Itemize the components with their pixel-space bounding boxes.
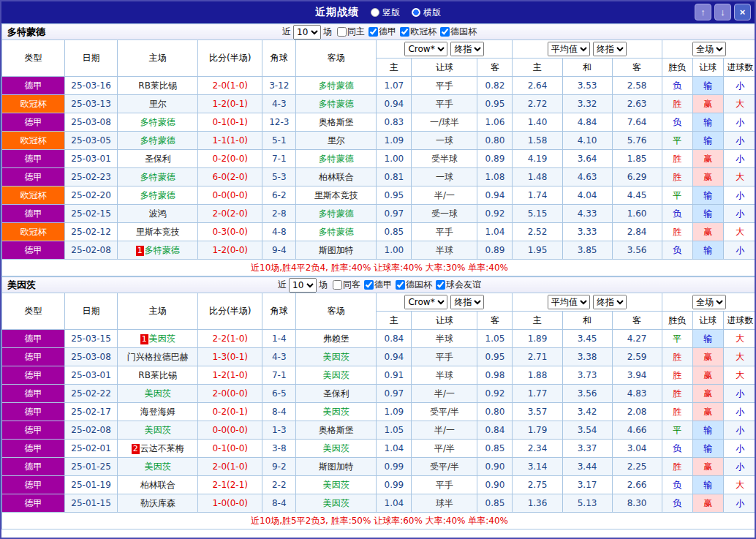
section-header-row: 美因茨 近 10 场 同客德甲德国杯球会友谊 [2, 277, 756, 293]
checkbox-input[interactable] [440, 27, 450, 37]
odds-stage-select[interactable]: 终指 [450, 42, 484, 56]
home-team-cell: 2云达不莱梅 [118, 440, 198, 458]
avg-draw-cell: 3.33 [562, 223, 612, 241]
close-button[interactable]: × [734, 4, 751, 20]
col-date: 日期 [65, 40, 118, 77]
odds-stage-select[interactable]: 终指 [450, 295, 484, 309]
near-label: 近 [278, 279, 287, 291]
corner-cell: 2-2 [262, 476, 296, 494]
avg-away-cell: 3.56 [612, 241, 662, 260]
filter-checkbox-德甲[interactable]: 德甲 [361, 279, 392, 291]
radio-vertical-layout[interactable]: 竖版 [371, 7, 400, 19]
away-odds-cell: 1.06 [477, 113, 513, 132]
avg-draw-cell: 3.38 [562, 348, 612, 366]
filter-checkbox-欧冠杯[interactable]: 欧冠杯 [397, 26, 436, 38]
avg-away-cell: 2.66 [612, 476, 662, 494]
away-team-cell: 美因茨 [296, 348, 377, 366]
home-odds-cell: 1.09 [377, 132, 412, 150]
home-odds-cell: 1.00 [377, 241, 412, 260]
away-odds-cell: 0.80 [477, 403, 513, 421]
average-select[interactable]: 平均值 [548, 295, 590, 309]
move-down-button[interactable]: ↓ [714, 4, 731, 20]
team-label: 美因茨 [145, 388, 171, 399]
result-goals-cell: 小 [723, 385, 756, 403]
col-home: 主场 [118, 293, 198, 330]
checkbox-input[interactable] [436, 280, 445, 290]
avg-draw-cell: 3.73 [562, 366, 612, 385]
score-cell: 1-2(1-0) [198, 366, 262, 385]
league-cell: 德甲 [2, 348, 65, 366]
bookmaker-select[interactable]: Crow* [404, 295, 447, 309]
avg-away-cell: 1.85 [612, 150, 662, 168]
sub-avg-away: 客 [612, 59, 662, 77]
filter-checkbox-同客[interactable]: 同客 [330, 279, 360, 291]
radio-horizontal-layout[interactable]: 横版 [412, 7, 441, 19]
away-team-cell: 美因茨 [296, 440, 377, 458]
avg-away-cell: 1.60 [612, 205, 662, 223]
handicap-cell: 球半 [412, 494, 477, 513]
result-wdl-cell: 胜 [662, 150, 692, 168]
team-label: 弗赖堡 [323, 333, 349, 344]
away-odds-cell: 1.05 [477, 330, 513, 348]
scope-select[interactable]: 全场 [692, 295, 726, 309]
score-cell: 1-3(0-1) [198, 348, 262, 366]
avg-stage-select[interactable]: 终指 [593, 295, 627, 309]
filter-checkbox-德国杯[interactable]: 德国杯 [393, 279, 432, 291]
handicap-cell: 半/一 [412, 186, 477, 205]
home-odds-cell: 0.83 [377, 113, 412, 132]
home-team-cell: 多特蒙德 [118, 186, 198, 205]
radio-icon-vertical[interactable] [371, 8, 379, 17]
avg-home-cell: 1.88 [513, 366, 562, 385]
sub-avg-home: 主 [513, 59, 562, 77]
date-cell: 25-03-13 [65, 95, 118, 113]
match-row: 德甲25-02-081多特蒙德1-2(0-0)9-4斯图加特1.00半球0.89… [2, 241, 756, 260]
away-team-cell: 里斯本竞技 [296, 186, 377, 205]
filter-checkbox-同主[interactable]: 同主 [334, 26, 365, 38]
avg-draw-cell: 5.13 [562, 494, 612, 513]
summary-row: 近10场,胜4平2负4, 胜率:40% 让球率:40% 大率:30% 单率:40… [2, 260, 756, 276]
date-cell: 25-02-08 [65, 421, 118, 440]
checkbox-input[interactable] [337, 27, 347, 37]
result-goals-cell: 大 [723, 95, 756, 113]
team-label: 奥格斯堡 [319, 117, 354, 127]
avg-stage-select[interactable]: 终指 [593, 42, 627, 56]
away-odds-cell: 0.89 [477, 150, 513, 168]
corner-cell: 3-8 [262, 440, 296, 458]
score-cell: 2-0(2-0) [198, 205, 262, 223]
sub-result-goals: 进球数 [723, 312, 756, 330]
avg-home-cell: 1.36 [513, 494, 562, 513]
move-up-button[interactable]: ↑ [695, 4, 711, 20]
home-odds-cell: 1.09 [377, 403, 412, 421]
avg-home-cell: 3.57 [513, 403, 562, 421]
summary-row: 近10场,胜5平2负3, 胜率:50% 让球率:60% 大率:40% 单率:40… [2, 513, 756, 529]
league-cell: 德甲 [2, 421, 65, 440]
result-wdl-cell: 负 [662, 241, 692, 260]
league-cell: 德甲 [2, 366, 65, 385]
checkbox-input[interactable] [333, 280, 342, 290]
filter-checkbox-德甲[interactable]: 德甲 [366, 26, 396, 38]
average-select[interactable]: 平均值 [548, 42, 590, 56]
checkbox-input[interactable] [400, 27, 409, 37]
avg-away-cell: 2.58 [612, 77, 662, 95]
recent-count-select[interactable]: 10 [293, 25, 321, 39]
result-goals-cell: 大 [723, 476, 756, 494]
radio-icon-horizontal[interactable] [412, 8, 420, 17]
match-row: 德甲25-03-01圣保利0-2(0-0)7-1多特蒙德1.00受半球0.894… [2, 150, 756, 168]
result-wdl-cell: 负 [662, 494, 692, 513]
filter-checkbox-德国杯[interactable]: 德国杯 [437, 26, 477, 38]
filter-checkbox-球会友谊[interactable]: 球会友谊 [433, 279, 481, 291]
scope-select[interactable]: 全场 [692, 42, 726, 56]
checkbox-input[interactable] [368, 27, 378, 37]
team-label: 美因茨 [323, 480, 349, 490]
odds-group-header: Crow* 终指 [377, 40, 513, 59]
recent-count-select[interactable]: 10 [289, 278, 317, 293]
checkbox-input[interactable] [364, 280, 374, 290]
checkbox-input[interactable] [396, 280, 405, 290]
avg-away-cell: 2.25 [612, 458, 662, 476]
result-handicap-cell: 输 [692, 241, 723, 260]
away-team-cell: 美因茨 [296, 476, 377, 494]
avg-draw-cell: 3.42 [562, 403, 612, 421]
bookmaker-select[interactable]: Crow* [404, 42, 447, 56]
result-wdl-cell: 胜 [662, 223, 692, 241]
home-team-cell: 1美因茨 [118, 330, 198, 348]
